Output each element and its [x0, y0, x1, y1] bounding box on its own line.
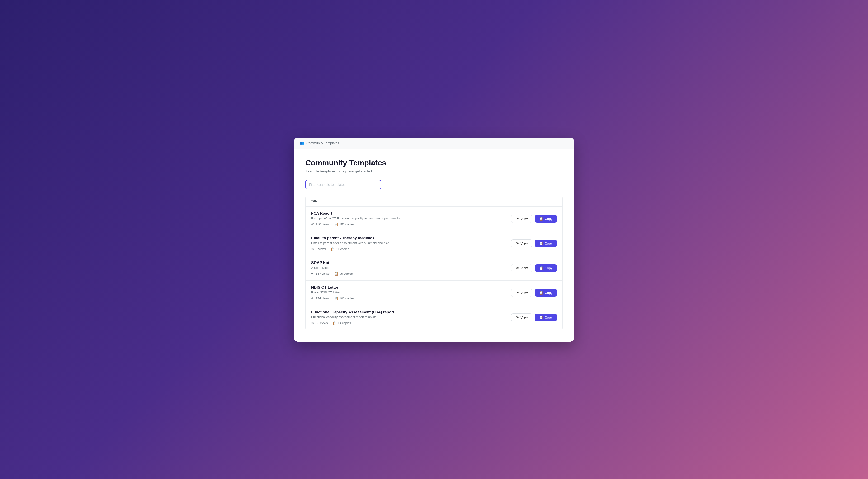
- eye-btn-icon: 👁: [516, 291, 519, 295]
- template-name: Functional Capacity Assessment (FCA) rep…: [311, 310, 511, 314]
- view-label: View: [520, 241, 528, 245]
- copy-button[interactable]: 📋 Copy: [535, 264, 557, 272]
- template-info: SOAP Note A Soap Note 👁 157 views 📋 95 c…: [311, 261, 511, 276]
- eye-icon: 👁: [311, 321, 315, 325]
- eye-icon: 👁: [311, 272, 315, 276]
- search-input[interactable]: [305, 180, 381, 189]
- template-description: Basic NDIS OT letter: [311, 290, 511, 294]
- eye-icon: 👁: [311, 297, 315, 300]
- copy-btn-icon: 📋: [539, 266, 543, 270]
- template-stats: 👁 180 views 📋 100 copies: [311, 223, 511, 226]
- copies-count: 11 copies: [336, 247, 349, 251]
- copy-button[interactable]: 📋 Copy: [535, 289, 557, 297]
- template-description: Email to parent after appointment with s…: [311, 241, 511, 245]
- copy-btn-icon: 📋: [539, 315, 543, 319]
- table-row: Functional Capacity Assessment (FCA) rep…: [306, 305, 562, 330]
- eye-btn-icon: 👁: [516, 217, 519, 220]
- template-name: SOAP Note: [311, 261, 511, 265]
- copy-count-icon: 📋: [334, 272, 338, 276]
- eye-btn-icon: 👁: [516, 315, 519, 319]
- views-count: 180 views: [316, 223, 330, 226]
- template-stats: 👁 6 views 📋 11 copies: [311, 247, 511, 251]
- page-subtitle: Example templates to help you get starte…: [305, 169, 563, 173]
- template-info: Email to parent - Therapy feedback Email…: [311, 236, 511, 251]
- views-count: 35 views: [316, 321, 328, 325]
- table-row: FCA Report Example of an OT Functional c…: [306, 207, 562, 231]
- template-stats: 👁 157 views 📋 95 copies: [311, 272, 511, 276]
- copies-stat: 📋 14 copies: [333, 321, 351, 325]
- table-header: Title ↕: [306, 196, 562, 207]
- copies-stat: 📋 100 copies: [334, 223, 354, 226]
- template-actions: 👁 View 📋 Copy: [511, 239, 557, 247]
- template-name: Email to parent - Therapy feedback: [311, 236, 511, 240]
- page-title: Community Templates: [305, 159, 563, 167]
- copies-stat: 📋 103 copies: [334, 297, 354, 300]
- view-label: View: [520, 217, 528, 220]
- templates-table: Title ↕ FCA Report Example of an OT Func…: [305, 196, 563, 330]
- copy-count-icon: 📋: [333, 321, 337, 325]
- copy-count-icon: 📋: [334, 223, 338, 226]
- view-label: View: [520, 291, 528, 295]
- views-count: 6 views: [316, 247, 326, 251]
- views-count: 157 views: [316, 272, 330, 275]
- eye-btn-icon: 👁: [516, 266, 519, 270]
- template-name: FCA Report: [311, 211, 511, 216]
- copies-count: 103 copies: [340, 297, 354, 300]
- eye-icon: 👁: [311, 223, 315, 226]
- copy-button[interactable]: 📋 Copy: [535, 314, 557, 321]
- copy-label: Copy: [545, 241, 553, 245]
- template-actions: 👁 View 📋 Copy: [511, 264, 557, 272]
- copy-label: Copy: [545, 315, 553, 319]
- template-actions: 👁 View 📋 Copy: [511, 313, 557, 321]
- view-button[interactable]: 👁 View: [511, 289, 532, 297]
- topbar: 👥 Community Templates: [294, 138, 574, 149]
- template-actions: 👁 View 📋 Copy: [511, 289, 557, 297]
- sort-icon: ↕: [319, 200, 320, 203]
- main-window: 👥 Community Templates Community Template…: [294, 138, 574, 342]
- template-description: Functional capacity assessment report te…: [311, 315, 511, 319]
- views-stat: 👁 157 views: [311, 272, 330, 276]
- views-stat: 👁 180 views: [311, 223, 330, 226]
- template-name: NDIS OT Letter: [311, 285, 511, 290]
- table-row: Email to parent - Therapy feedback Email…: [306, 231, 562, 256]
- title-column-header: Title: [311, 200, 318, 203]
- view-button[interactable]: 👁 View: [511, 313, 532, 321]
- main-content: Community Templates Example templates to…: [294, 149, 574, 340]
- views-stat: 👁 6 views: [311, 247, 326, 251]
- eye-icon: 👁: [311, 247, 315, 251]
- table-row: NDIS OT Letter Basic NDIS OT letter 👁 17…: [306, 281, 562, 305]
- template-description: Example of an OT Functional capacity ass…: [311, 216, 511, 220]
- view-button[interactable]: 👁 View: [511, 239, 532, 247]
- copy-label: Copy: [545, 217, 553, 220]
- copy-button[interactable]: 📋 Copy: [535, 240, 557, 247]
- copies-stat: 📋 11 copies: [331, 247, 349, 251]
- view-button[interactable]: 👁 View: [511, 215, 532, 223]
- copies-count: 14 copies: [338, 321, 351, 325]
- eye-btn-icon: 👁: [516, 241, 519, 245]
- view-button[interactable]: 👁 View: [511, 264, 532, 272]
- copy-label: Copy: [545, 266, 553, 270]
- copy-count-icon: 📋: [334, 297, 338, 300]
- copy-button[interactable]: 📋 Copy: [535, 215, 557, 223]
- copy-label: Copy: [545, 291, 553, 295]
- template-description: A Soap Note: [311, 266, 511, 270]
- copies-count: 100 copies: [340, 223, 354, 226]
- template-info: Functional Capacity Assessment (FCA) rep…: [311, 310, 511, 325]
- view-label: View: [520, 266, 528, 270]
- copies-count: 95 copies: [340, 272, 353, 275]
- copies-stat: 📋 95 copies: [334, 272, 353, 276]
- copy-btn-icon: 📋: [539, 217, 543, 220]
- view-label: View: [520, 315, 528, 319]
- copy-btn-icon: 📋: [539, 291, 543, 295]
- views-stat: 👁 174 views: [311, 297, 330, 300]
- table-row: SOAP Note A Soap Note 👁 157 views 📋 95 c…: [306, 256, 562, 281]
- copy-btn-icon: 📋: [539, 241, 543, 245]
- template-info: NDIS OT Letter Basic NDIS OT letter 👁 17…: [311, 285, 511, 300]
- template-info: FCA Report Example of an OT Functional c…: [311, 211, 511, 226]
- topbar-title: Community Templates: [306, 141, 339, 145]
- views-stat: 👁 35 views: [311, 321, 328, 325]
- template-stats: 👁 174 views 📋 103 copies: [311, 297, 511, 300]
- views-count: 174 views: [316, 297, 330, 300]
- community-icon: 👥: [300, 141, 304, 145]
- template-stats: 👁 35 views 📋 14 copies: [311, 321, 511, 325]
